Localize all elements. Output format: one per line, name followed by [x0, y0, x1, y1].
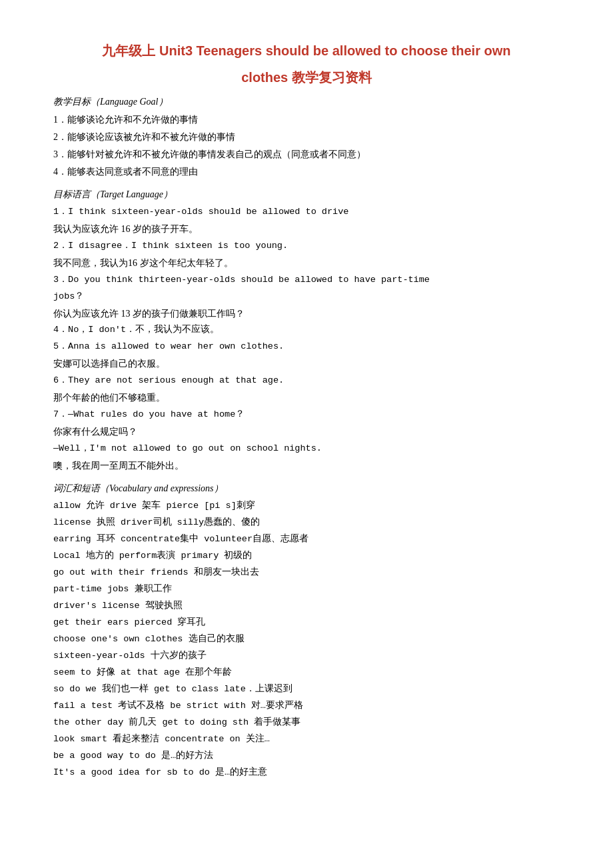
content-line: sixteen-year-olds 十六岁的孩子 — [53, 648, 560, 665]
content-line: get their ears pierced 穿耳孔 — [53, 615, 560, 631]
content-line: jobs？ — [53, 289, 560, 305]
content-line: 7．—What rules do you have at home？ — [53, 407, 560, 423]
content-line: the other day 前几天 get to doing sth 着手做某事 — [53, 715, 560, 731]
content-line: 2．I disagree．I think sixteen is too youn… — [53, 238, 560, 255]
page-title: 九年级上 Unit3 Teenagers should be allowed t… — [53, 40, 560, 88]
content-line: 我不同意，我认为16 岁这个年纪太年轻了。 — [53, 255, 560, 272]
content-line: driver's license 驾驶执照 — [53, 598, 560, 615]
content-line: part-time jobs 兼职工作 — [53, 581, 560, 598]
section-header-0: 教学目标（Language Goal） — [53, 93, 560, 110]
section-2: 词汇和短语（Vocabulary and expressions）allow 允… — [53, 480, 560, 781]
section-header-2: 词汇和短语（Vocabulary and expressions） — [53, 480, 560, 497]
section-1: 目标语言（Target Language）1．I think sixteen-y… — [53, 186, 560, 475]
content-line: be a good way to do 是…的好方法 — [53, 748, 560, 765]
content-area: 教学目标（Language Goal）1．能够谈论允许和不允许做的事情2．能够谈… — [53, 93, 560, 781]
content-line: license 执照 driver司机 silly愚蠢的、傻的 — [53, 515, 560, 531]
section-0: 教学目标（Language Goal）1．能够谈论允许和不允许做的事情2．能够谈… — [53, 93, 560, 181]
section-header-1: 目标语言（Target Language） — [53, 186, 560, 203]
content-line: 2．能够谈论应该被允许和不被允许做的事情 — [53, 129, 560, 146]
content-line: 5．Anna is allowed to wear her own clothe… — [53, 339, 560, 355]
content-line: 我认为应该允许 16 岁的孩子开车。 — [53, 221, 560, 238]
content-line: allow 允许 drive 架车 pierce [pi s]刺穿 — [53, 498, 560, 515]
content-line: look smart 看起来整洁 concentrate on 关注… — [53, 731, 560, 748]
content-line: 4．能够表达同意或者不同意的理由 — [53, 163, 560, 181]
content-line: 安娜可以选择自己的衣服。 — [53, 355, 560, 373]
content-line: 那个年龄的他们不够稳重。 — [53, 389, 560, 407]
content-line: It's a good idea for sb to do 是…的好主意 — [53, 765, 560, 781]
content-line: earring 耳环 concentrate集中 volunteer自愿、志愿者 — [53, 531, 560, 548]
content-line: choose one's own clothes 选自己的衣服 — [53, 631, 560, 648]
content-line: 3．能够针对被允许和不被允许做的事情发表自己的观点（同意或者不同意） — [53, 146, 560, 163]
content-line: Local 地方的 perform表演 primary 初级的 — [53, 548, 560, 565]
content-line: 你家有什么规定吗？ — [53, 423, 560, 441]
content-line: so do we 我们也一样 get to class late．上课迟到 — [53, 681, 560, 698]
content-line: seem to 好像 at that age 在那个年龄 — [53, 665, 560, 681]
content-line: 3．Do you think thirteen-year-olds should… — [53, 272, 560, 289]
content-line: —Well，I'm not allowed to go out on schoo… — [53, 441, 560, 457]
content-line: 1．I think sixteen-year-olds should be al… — [53, 204, 560, 221]
content-line: 你认为应该允许 13 岁的孩子们做兼职工作吗？ — [53, 305, 560, 323]
content-line: 4．No，I don't．不，我认为不应该。 — [53, 322, 560, 339]
content-line: 噢，我在周一至周五不能外出。 — [53, 457, 560, 475]
content-line: fail a test 考试不及格 be strict with 对…要求严格 — [53, 698, 560, 715]
content-line: 6．They are not serious enough at that ag… — [53, 373, 560, 389]
content-line: go out with their friends 和朋友一块出去 — [53, 565, 560, 581]
content-line: 1．能够谈论允许和不允许做的事情 — [53, 111, 560, 129]
